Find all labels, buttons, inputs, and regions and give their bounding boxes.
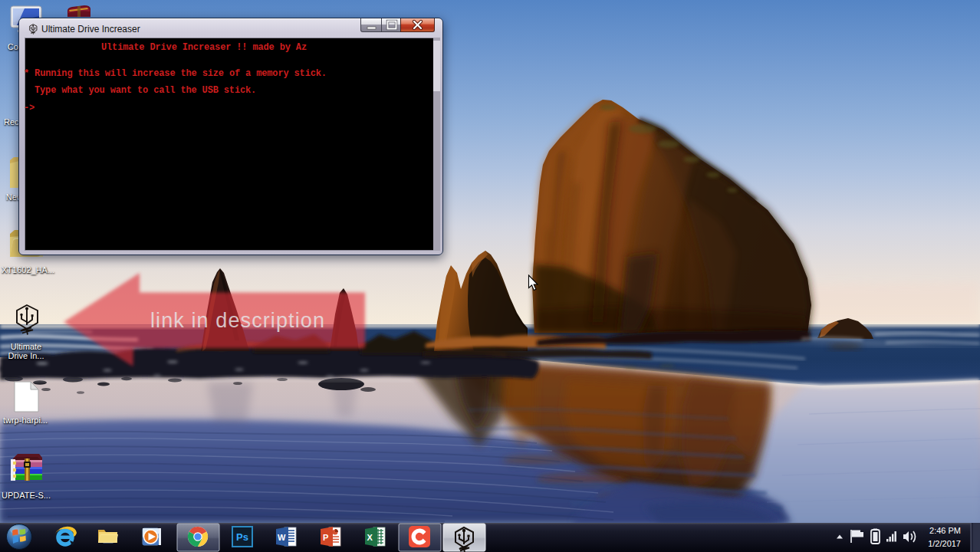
svg-text:W: W	[278, 533, 286, 542]
svg-text:Ps: Ps	[236, 531, 248, 543]
svg-text:X: X	[367, 533, 373, 542]
svg-text:P: P	[323, 533, 328, 542]
